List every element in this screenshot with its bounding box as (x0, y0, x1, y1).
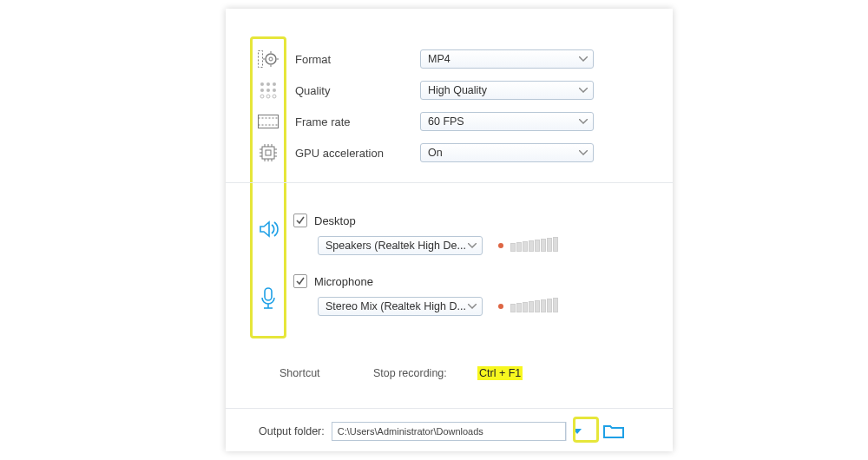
row-gpu-acceleration: GPU acceleration On (295, 137, 655, 168)
quality-label: Quality (295, 84, 420, 97)
audio-section: Desktop Speakers (Realtek High De... Mic… (293, 210, 655, 332)
desktop-audio-label: Desktop (309, 214, 356, 227)
desktop-level-meter (498, 240, 558, 252)
frame-rate-dropdown-value: 60 FPS (428, 115, 464, 128)
quality-dropdown-value: High Quality (428, 84, 487, 96)
chevron-down-icon (579, 56, 588, 62)
svg-rect-0 (259, 51, 263, 68)
gpu-chip-icon[interactable] (255, 137, 281, 168)
chevron-down-icon (468, 243, 477, 248)
svg-point-8 (273, 89, 276, 92)
microphone-device-dropdown[interactable]: Stereo Mix (Realtek High D... (318, 297, 483, 316)
microphone-audio-row: Microphone (293, 271, 655, 292)
svg-point-3 (260, 82, 264, 86)
shortcut-row: Shortcut Stop recording: Ctrl + F1 (279, 366, 523, 380)
folder-icon (603, 424, 624, 439)
row-quality: Quality High Quality (295, 75, 655, 106)
format-label: Format (295, 53, 420, 66)
speaker-icon[interactable] (255, 214, 281, 245)
svg-rect-17 (265, 288, 272, 300)
desktop-audio-checkbox[interactable] (293, 214, 307, 227)
shortcut-section-label: Shortcut (279, 367, 373, 379)
microphone-icon[interactable] (255, 283, 281, 314)
svg-point-2 (269, 57, 273, 61)
divider (226, 182, 673, 183)
stop-recording-label: Stop recording: (373, 367, 477, 379)
desktop-audio-row: Desktop (293, 210, 655, 231)
chevron-down-icon (579, 88, 588, 93)
frame-rate-label: Frame rate (295, 115, 420, 128)
microphone-level-meter (498, 300, 558, 312)
format-dropdown[interactable]: MP4 (420, 49, 594, 69)
microphone-audio-label: Microphone (309, 275, 373, 288)
record-indicator-icon (498, 304, 503, 309)
output-folder-label: Output folder: (259, 425, 325, 437)
chevron-down-icon (579, 119, 588, 124)
quality-dropdown[interactable]: High Quality (420, 81, 594, 100)
sidebar-icon-column (255, 43, 281, 314)
output-folder-path-value: C:\Users\Administrator\Downloads (338, 426, 483, 437)
desktop-device-dropdown[interactable]: Speakers (Realtek High De... (318, 236, 483, 255)
row-format: Format MP4 (295, 43, 655, 75)
stop-recording-hotkey[interactable]: Ctrl + F1 (477, 366, 523, 380)
gpu-dropdown-value: On (428, 147, 443, 159)
svg-rect-12 (259, 115, 279, 128)
svg-point-9 (260, 95, 264, 98)
quality-dots-icon[interactable] (255, 75, 281, 106)
browse-folder-button[interactable] (603, 424, 624, 439)
microphone-audio-checkbox[interactable] (293, 274, 307, 288)
svg-point-6 (260, 89, 264, 92)
record-indicator-icon (498, 243, 503, 248)
video-settings-icon[interactable] (255, 43, 281, 75)
svg-point-11 (273, 95, 276, 98)
row-frame-rate: Frame rate 60 FPS (295, 106, 655, 137)
frame-rate-icon[interactable] (255, 106, 281, 137)
output-folder-dropdown-button[interactable] (566, 422, 588, 441)
settings-panel: Format MP4 Quality High Quality Frame ra… (226, 9, 673, 451)
gpu-dropdown[interactable]: On (420, 143, 594, 162)
desktop-device-value: Speakers (Realtek High De... (326, 240, 466, 252)
svg-rect-16 (266, 150, 271, 155)
frame-rate-dropdown[interactable]: 60 FPS (420, 112, 594, 131)
svg-point-10 (266, 95, 270, 98)
divider (226, 408, 673, 409)
svg-point-5 (273, 82, 276, 86)
output-folder-row: Output folder: C:\Users\Administrator\Do… (259, 422, 655, 441)
chevron-down-icon (468, 304, 477, 309)
svg-point-4 (266, 82, 270, 86)
svg-rect-15 (262, 147, 274, 159)
chevron-down-icon (579, 150, 588, 155)
microphone-device-value: Stereo Mix (Realtek High D... (326, 300, 466, 312)
gpu-label: GPU acceleration (295, 147, 420, 160)
format-dropdown-value: MP4 (428, 53, 450, 65)
output-folder-path-field[interactable]: C:\Users\Administrator\Downloads (332, 422, 566, 441)
svg-point-7 (266, 89, 270, 92)
svg-point-1 (266, 54, 276, 64)
